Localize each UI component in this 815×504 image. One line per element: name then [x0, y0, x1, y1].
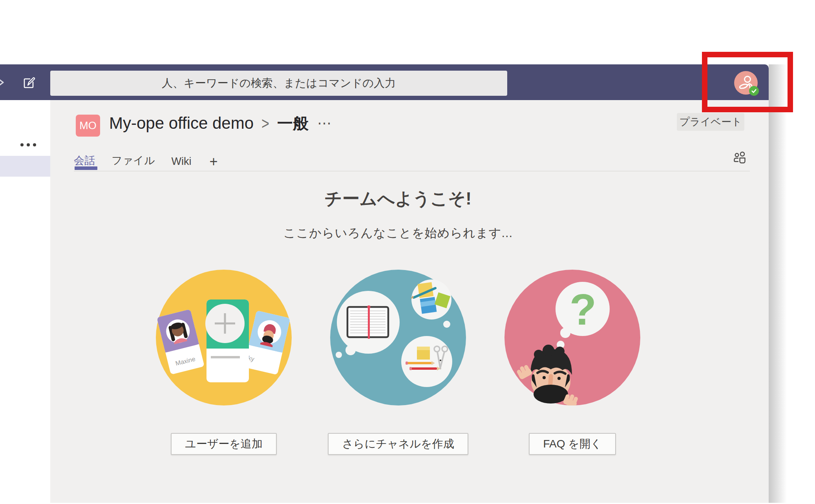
teams-app-window: MO My-ope office demo > 一般 ⋯ プライベート 会話 フ…: [0, 0, 815, 504]
welcome-card-open-faq: ?: [504, 270, 640, 455]
add-users-button[interactable]: ユーザーを追加: [171, 433, 277, 455]
faq-illustration: ?: [504, 270, 640, 405]
sidebar-more-button[interactable]: [20, 139, 38, 150]
annotation-highlight-box: [702, 52, 793, 112]
nav-forward-icon[interactable]: [0, 76, 5, 89]
add-users-illustration: Maxine ky: [156, 270, 292, 405]
notebook-icon: [347, 305, 388, 339]
more-dots-icon: [20, 143, 24, 146]
more-dots-icon: [27, 143, 30, 146]
more-dots-icon: [33, 143, 36, 146]
sidebar-selected-team[interactable]: [0, 156, 50, 177]
command-search-input[interactable]: [50, 71, 507, 96]
create-channels-button[interactable]: さらにチャネルを作成: [328, 433, 468, 455]
welcome-card-create-channels: さらにチャネルを作成: [330, 270, 466, 455]
teams-sidebar: [0, 100, 50, 504]
welcome-title: チームへようこそ!: [50, 187, 746, 210]
open-faq-button[interactable]: FAQ を開く: [529, 433, 616, 455]
welcome-cards-row: Maxine ky: [50, 270, 746, 455]
app-top-bar: [0, 64, 769, 100]
welcome-section: チームへようこそ! ここからいろんなことを始められます...: [50, 100, 746, 503]
new-chat-icon[interactable]: [22, 75, 36, 89]
window-edge-shadow: [769, 64, 787, 503]
create-channels-illustration: [330, 270, 466, 405]
welcome-subtitle: ここからいろんなことを始められます...: [50, 225, 746, 241]
channel-main-area: MO My-ope office demo > 一般 ⋯ プライベート 会話 フ…: [50, 100, 769, 503]
question-mark-icon: ?: [570, 285, 596, 334]
welcome-card-add-users: Maxine ky: [156, 270, 292, 455]
